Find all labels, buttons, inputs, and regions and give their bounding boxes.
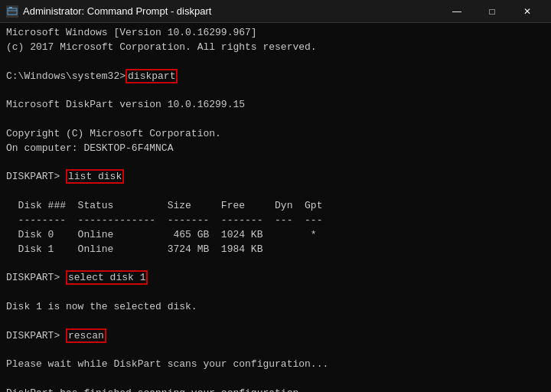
disk-row-1: Disk 1 Online 3724 MB 1984 KB xyxy=(6,243,545,257)
cmd-rescan-highlight: rescan xyxy=(66,328,106,343)
minimize-button[interactable]: — xyxy=(439,0,474,23)
disk-table-sep: -------- ------------- ------- ------- -… xyxy=(6,214,545,228)
line-3: Microsoft DiskPart version 10.0.16299.15 xyxy=(6,98,545,113)
cmd-select-highlight: select disk 1 xyxy=(66,270,148,285)
line-computer: On computer: DESKTOP-6F4MNCA xyxy=(6,142,545,156)
line-blank-9 xyxy=(6,344,545,358)
close-button[interactable]: ✕ xyxy=(510,0,545,23)
line-blank-7 xyxy=(6,286,545,300)
line-cmd-select: DISKPART> select disk 1 xyxy=(6,271,545,286)
line-blank-3 xyxy=(6,113,545,127)
line-cmd-listdisk: DISKPART> list disk xyxy=(6,170,545,185)
line-copyright: Copyright (C) Microsoft Corporation. xyxy=(6,127,545,142)
svg-rect-0 xyxy=(8,8,17,15)
line-2: (c) 2017 Microsoft Corporation. All righ… xyxy=(6,41,545,55)
window-controls: — □ ✕ xyxy=(439,0,545,23)
line-blank-2 xyxy=(6,83,545,98)
line-blank-5 xyxy=(6,185,545,199)
line-blank-4 xyxy=(6,156,545,171)
console-output: Microsoft Windows [Version 10.0.16299.96… xyxy=(0,23,551,392)
line-1: Microsoft Windows [Version 10.0.16299.96… xyxy=(6,26,545,41)
line-selected-msg: Disk 1 is now the selected disk. xyxy=(6,300,545,315)
cmd-diskpart-highlight: diskpart xyxy=(126,69,178,83)
svg-rect-2 xyxy=(9,7,12,8)
line-cmd-diskpart: C:\Windows\system32>diskpart xyxy=(6,70,545,84)
line-finished: DiskPart has finished scanning your conf… xyxy=(6,387,545,392)
disk-table-header: Disk ### Status Size Free Dyn Gpt xyxy=(6,199,545,214)
window-title: Administrator: Command Prompt - diskpart xyxy=(23,5,439,17)
cmd-listdisk-highlight: list disk xyxy=(66,169,124,184)
line-blank-10 xyxy=(6,372,545,387)
disk-row-0: Disk 0 Online 465 GB 1024 KB * xyxy=(6,228,545,243)
line-blank-6 xyxy=(6,257,545,272)
line-please-wait: Please wait while DiskPart scans your co… xyxy=(6,358,545,372)
line-cmd-rescan: DISKPART> rescan xyxy=(6,329,545,344)
window-icon xyxy=(6,5,18,18)
maximize-button[interactable]: □ xyxy=(474,0,510,23)
line-blank-1 xyxy=(6,55,545,70)
cmd-window: Administrator: Command Prompt - diskpart… xyxy=(0,0,551,392)
line-blank-8 xyxy=(6,315,545,329)
title-bar: Administrator: Command Prompt - diskpart… xyxy=(0,0,551,23)
